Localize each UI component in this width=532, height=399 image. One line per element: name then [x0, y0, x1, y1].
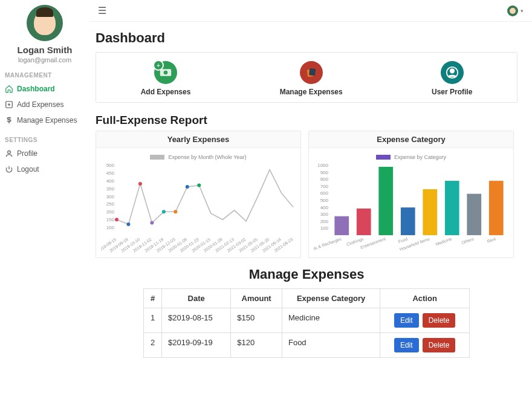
table-row: 1$2019-08-15$150MedicineEditDelete [144, 308, 470, 333]
line-chart: 1001502002503003504004505002019-08-15201… [101, 163, 297, 253]
svg-text:300: 300 [106, 194, 115, 199]
sidebar-item-label: Add Expenses [17, 100, 63, 109]
page-title: Dashboard [96, 30, 517, 46]
svg-text:250: 250 [106, 201, 115, 207]
sidebar-item-add-expenses[interactable]: Add Expenses [0, 97, 89, 112]
svg-text:350: 350 [106, 186, 115, 192]
svg-text:Medicine: Medicine [435, 236, 452, 246]
legend-label: Expense by Category [394, 154, 446, 160]
table-row: 2$2019-09-19$120FoodEditDelete [144, 333, 470, 358]
panel-title: Yearly Expenses [96, 131, 300, 148]
sidebar: Logan Smith logan@gmail.com MANAGEMENT D… [0, 0, 89, 399]
svg-text:600: 600 [320, 190, 329, 196]
edit-button[interactable]: Edit [394, 313, 419, 328]
legend-swatch-icon [376, 155, 391, 160]
svg-point-18 [126, 222, 130, 226]
user-icon [5, 149, 13, 158]
menu-icon[interactable]: ☰ [98, 5, 106, 16]
tile-manage-expenses[interactable]: Manage Expenses [280, 61, 343, 96]
cell-date: $2019-08-15 [162, 308, 231, 333]
edit-button[interactable]: Edit [394, 338, 419, 352]
delete-button[interactable]: Delete [423, 313, 456, 328]
tile-add-expenses[interactable]: Add Expenses [141, 61, 191, 96]
sidebar-item-logout[interactable]: Logout [0, 161, 89, 177]
svg-rect-55 [378, 167, 393, 235]
panel-yearly-expenses: Yearly Expenses Expense by Month (Whole … [96, 131, 301, 258]
power-icon [5, 165, 13, 174]
col-amount: Amount [231, 289, 282, 308]
cell-action: EditDelete [380, 308, 470, 333]
user-menu[interactable]: ▾ [507, 5, 524, 16]
sidebar-item-dashboard[interactable]: Dashboard [0, 81, 89, 97]
bar-chart: 1002003004005006007008009001000Bills & R… [314, 163, 510, 253]
svg-text:1000: 1000 [317, 163, 328, 168]
sidebar-item-label: Profile [17, 149, 37, 158]
svg-rect-63 [467, 194, 481, 235]
delete-button[interactable]: Delete [423, 338, 456, 352]
sidebar-item-manage-expenses[interactable]: Manage Expenses [0, 112, 89, 128]
svg-text:300: 300 [320, 212, 329, 217]
sidebar-item-label: Dashboard [17, 85, 55, 93]
svg-point-3 [164, 71, 168, 75]
svg-text:900: 900 [320, 170, 329, 175]
avatar[interactable] [27, 5, 63, 41]
svg-point-19 [138, 182, 142, 186]
user-circle-icon [441, 61, 464, 84]
sidebar-item-label: Manage Expenses [17, 116, 77, 125]
avatar-small-icon [507, 5, 518, 16]
legend-swatch-icon [150, 155, 164, 160]
svg-text:200: 200 [106, 209, 115, 215]
svg-text:Entertainment: Entertainment [360, 236, 386, 250]
svg-text:400: 400 [320, 205, 329, 210]
sidebar-item-profile[interactable]: Profile [0, 146, 89, 161]
tile-label: Manage Expenses [280, 88, 343, 96]
svg-rect-59 [423, 189, 437, 235]
svg-text:500: 500 [320, 198, 329, 203]
col-category: Expense Category [282, 289, 380, 308]
tile-user-profile[interactable]: User Profile [432, 61, 472, 96]
manage-expenses-title: Manage Expenses [96, 267, 517, 282]
svg-rect-53 [357, 209, 371, 235]
dollar-icon [5, 116, 13, 125]
svg-text:500: 500 [106, 163, 115, 168]
svg-point-22 [174, 210, 177, 213]
tile-label: User Profile [432, 88, 472, 96]
topbar: ☰ ▾ [89, 0, 532, 22]
sidebar-item-label: Logout [17, 165, 39, 174]
chart-legend: Expense by Month (Whole Year) [101, 154, 296, 160]
svg-text:100: 100 [106, 225, 115, 230]
svg-point-17 [115, 218, 118, 221]
cell-amount: $150 [231, 308, 282, 333]
svg-point-1 [8, 151, 11, 154]
col-num: # [144, 289, 162, 308]
avatar-face [34, 11, 56, 35]
panel-title: Expense Category [309, 131, 513, 148]
svg-text:100: 100 [320, 225, 329, 231]
report-title: Full-Expense Report [96, 114, 517, 127]
svg-text:Bills & Recharges: Bills & Recharges [314, 236, 342, 253]
cell-date: $2019-09-19 [162, 333, 231, 358]
panel-expense-category: Expense Category Expense by Category 100… [308, 131, 514, 258]
svg-rect-51 [334, 216, 349, 235]
svg-point-24 [197, 184, 201, 187]
svg-text:Food: Food [398, 236, 408, 244]
svg-point-7 [450, 69, 453, 73]
main: ☰ ▾ Dashboard Add Expenses Manage Expens… [89, 0, 532, 399]
svg-text:200: 200 [320, 219, 329, 224]
svg-text:700: 700 [320, 184, 329, 189]
svg-point-23 [186, 185, 189, 189]
svg-text:400: 400 [106, 178, 115, 184]
cell-amount: $120 [231, 333, 282, 358]
svg-text:Others: Others [461, 236, 475, 245]
svg-text:800: 800 [320, 177, 329, 182]
chevron-down-icon: ▾ [521, 8, 524, 14]
cell-category: Medicine [282, 308, 380, 333]
cell-category: Food [282, 333, 380, 358]
col-date: Date [162, 289, 231, 308]
plus-square-icon [5, 100, 13, 109]
cards-icon [300, 61, 323, 84]
svg-text:450: 450 [106, 170, 115, 176]
home-icon [5, 85, 13, 93]
chart-legend: Expense by Category [314, 154, 508, 160]
profile-email: logan@gmail.com [18, 56, 71, 63]
